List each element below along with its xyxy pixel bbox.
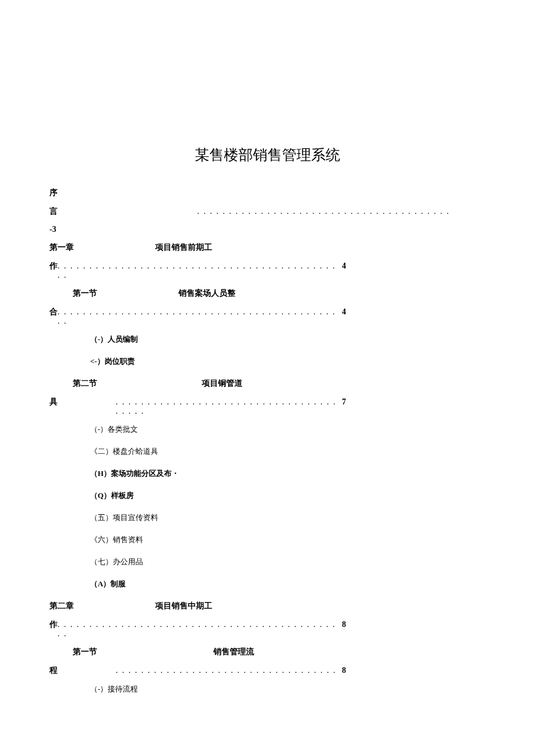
document-title: 某售楼部销售管理系统 [49, 145, 486, 164]
cont-char: 合 [49, 307, 58, 317]
toc-item: （五）项目宣传资料 [49, 513, 486, 523]
chapter-title: 项目销售中期工 [155, 601, 212, 611]
cont-char: 作 [49, 619, 58, 630]
toc-item: （A）制服 [49, 579, 486, 589]
section-title: 销售案场人员整 [179, 288, 236, 299]
preface-line-1: 序 [49, 188, 486, 198]
page-num: 8 [342, 620, 346, 629]
preface-line-3: -3 [49, 225, 486, 234]
toc-item: 《二）楼盘介蛤道具 [49, 446, 486, 457]
section-title: 项目铜管道 [202, 378, 242, 389]
section-2-1-cont: 程 . . . . . . . . . . . . . . . . . . . … [49, 665, 486, 676]
chapter-label: 第一章 [49, 242, 74, 253]
dots: . . . . . . . . . . . . . . . . . . . . … [197, 207, 486, 216]
toc-item: （Q）样板房 [49, 490, 486, 501]
cont-char: 程 [49, 665, 58, 676]
section-label: 第一节 [73, 288, 97, 299]
dots: . . . . . . . . . . . . . . . . . . . . … [116, 666, 342, 675]
chapter-2-header: 第二章 项目销售中期工 [49, 601, 486, 611]
section-label: 第一节 [73, 647, 97, 657]
section-label: 第二节 [73, 378, 97, 389]
cont-char: 作 [49, 261, 58, 271]
section-1-2-header: 第二节 项目铜管道 [49, 378, 486, 389]
dots: . . . . . . . . . . . . . . . . . . . . … [58, 307, 342, 326]
toc-item: <-）岗位职责 [49, 356, 486, 367]
page-num: 4 [342, 261, 346, 271]
section-1-1-cont: 合 . . . . . . . . . . . . . . . . . . . … [49, 307, 486, 326]
toc-item: （-）各类批文 [49, 424, 486, 435]
preface-line-2: 言 . . . . . . . . . . . . . . . . . . . … [49, 206, 486, 217]
dots: . . . . . . . . . . . . . . . . . . . . … [58, 261, 342, 280]
page-num: 7 [342, 397, 346, 407]
dots: . . . . . . . . . . . . . . . . . . . . … [58, 620, 342, 639]
section-2-1-header: 第一节 销售管理流 [49, 647, 486, 657]
section-1-1-header: 第一节 销售案场人员整 [49, 288, 486, 299]
toc-item: （七）办公用品 [49, 557, 486, 567]
cont-char: 具 [49, 397, 58, 407]
preface-char: 言 [49, 206, 58, 217]
chapter-label: 第二章 [49, 601, 74, 611]
document-page: 某售楼部销售管理系统 序 言 . . . . . . . . . . . . .… [0, 0, 535, 741]
chapter-1-cont: 作 . . . . . . . . . . . . . . . . . . . … [49, 261, 486, 280]
toc-item: 《六）销售资料 [49, 535, 486, 545]
section-1-2-cont: 具 . . . . . . . . . . . . . . . . . . . … [49, 397, 486, 416]
chapter-2-cont: 作 . . . . . . . . . . . . . . . . . . . … [49, 619, 486, 639]
section-title: 销售管理流 [213, 647, 254, 657]
chapter-title: 项目销售前期工 [155, 242, 212, 253]
toc-item: （-）人员编制 [49, 334, 486, 345]
toc-item: （H）案场功能分区及布・ [49, 468, 486, 479]
toc-item: （-）接待流程 [49, 684, 486, 694]
page-num: 8 [342, 666, 346, 675]
page-num: 4 [342, 307, 346, 317]
chapter-1-header: 第一章 项目销售前期工 [49, 242, 486, 253]
dots: . . . . . . . . . . . . . . . . . . . . … [116, 397, 342, 416]
